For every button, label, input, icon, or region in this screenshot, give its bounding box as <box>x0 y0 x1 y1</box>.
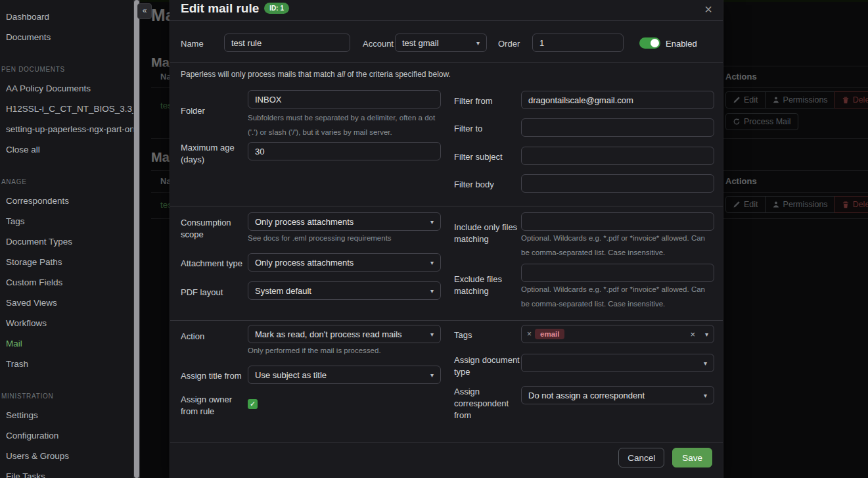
sidebar-item-trash[interactable]: □Trash <box>0 354 133 374</box>
sidebar-item-correspondents[interactable]: □Correspondents <box>0 191 133 211</box>
sidebar-item-file-tasks[interactable]: □File Tasks <box>0 466 133 478</box>
chevron-down-icon: ▾ <box>704 392 707 399</box>
close-icon[interactable]: × <box>704 0 712 18</box>
doc-type-icon: □ <box>0 231 3 252</box>
filter-to-label: Filter to <box>454 123 482 135</box>
assign-owner-checkbox[interactable]: ✓ <box>248 399 258 409</box>
sidebar-item-mail[interactable]: □Mail <box>0 333 133 354</box>
separator <box>170 62 723 63</box>
include-files-label: Include only files matching <box>454 222 520 245</box>
consumption-scope-label: Consumption scope <box>181 217 243 241</box>
tags-label: Tags <box>454 329 472 341</box>
action-select[interactable]: Mark as read, don't process read mails▾ <box>248 325 441 343</box>
gear-icon: □ <box>0 405 3 425</box>
sidebar: □Dashboard □Documents PEN DOCUMENTS □AA … <box>0 0 133 478</box>
name-label: Name <box>181 38 204 50</box>
filter-subject-input[interactable] <box>521 147 714 165</box>
sidebar-item-label: Custom Fields <box>6 277 62 287</box>
cancel-button[interactable]: Cancel <box>618 448 664 467</box>
chevron-down-icon: ▾ <box>430 218 434 226</box>
filter-subject-label: Filter subject <box>454 151 503 163</box>
assign-title-from-select[interactable]: Use subject as title▾ <box>248 366 441 384</box>
clear-all-icon[interactable]: × <box>690 329 695 339</box>
exclude-files-input[interactable] <box>521 264 714 282</box>
sidebar-item-workflows[interactable]: □Workflows <box>0 313 133 333</box>
assign-correspondent-select[interactable]: Do not assign a correspondent▾ <box>521 386 714 404</box>
sidebar-item-label: Tags <box>6 216 25 226</box>
sidebar-item-label: Close all <box>6 145 40 155</box>
tag-chip: email <box>535 329 564 339</box>
sidebar-item-configuration[interactable]: □Configuration <box>0 425 133 446</box>
pdf-layout-select[interactable]: System default▾ <box>248 281 441 300</box>
filter-body-input[interactable] <box>521 174 714 193</box>
folder-hint: Subfolders must be separated by a delimi… <box>248 110 441 139</box>
sidebar-item-label: Users & Groups <box>6 451 69 461</box>
sidebar-item-tags[interactable]: □Tags <box>0 211 133 231</box>
sidebar-item-label: AA Policy Documents <box>6 84 91 93</box>
max-age-input[interactable] <box>248 142 441 160</box>
manage-section-title: ANAGE <box>0 178 133 186</box>
separator <box>170 320 723 321</box>
consumption-scope-select[interactable]: Only process attachments▾ <box>248 212 441 231</box>
name-input[interactable] <box>224 34 350 52</box>
chevron-down-icon: ▾ <box>430 331 434 338</box>
sidebar-item-label: Dashboard <box>6 12 49 22</box>
consumption-scope-hint: See docs for .eml processing requirement… <box>248 231 441 245</box>
chevron-down-icon: ▾ <box>430 287 434 295</box>
filter-to-input[interactable] <box>521 118 714 137</box>
folder-input[interactable] <box>248 90 441 108</box>
include-files-input[interactable] <box>521 212 714 231</box>
include-files-hint: Optional. Wildcards e.g. *.pdf or *invoi… <box>521 231 714 260</box>
sidebar-item-open-doc-1[interactable]: □AA Policy Documents <box>0 78 133 99</box>
filter-body-label: Filter body <box>454 179 494 191</box>
sidebar-item-custom-fields[interactable]: □Custom Fields <box>0 272 133 293</box>
sidebar-item-open-doc-2[interactable]: □H12SSL-i_C_CT_NT_BIOS_3.3_rele... <box>0 99 133 119</box>
sidebar-item-label: Documents <box>6 32 51 42</box>
tasks-icon: □ <box>0 466 3 478</box>
attachment-type-select[interactable]: Only process attachments▾ <box>248 253 441 272</box>
order-label: Order <box>498 38 520 50</box>
sidebar-item-settings[interactable]: □Settings <box>0 405 133 425</box>
sidebar-item-label: Trash <box>6 359 28 369</box>
sidebar-collapse-button[interactable]: « <box>137 3 152 19</box>
dashboard-icon: □ <box>0 7 3 27</box>
enabled-label: Enabled <box>666 38 697 50</box>
filter-from-input[interactable] <box>521 91 714 109</box>
order-input[interactable] <box>532 34 624 52</box>
toggle-knob <box>651 39 659 47</box>
sidebar-item-open-doc-3[interactable]: □setting-up-paperless-ngx-part-one <box>0 119 133 139</box>
sidebar-item-storage-paths[interactable]: □Storage Paths <box>0 252 133 272</box>
sidebar-scrollbar-track <box>133 0 140 478</box>
person-icon: □ <box>0 191 3 211</box>
enabled-toggle[interactable] <box>639 37 660 49</box>
action-label: Action <box>181 331 204 343</box>
sidebar-item-dashboard[interactable]: □Dashboard <box>0 7 133 27</box>
exclude-files-hint: Optional. Wildcards e.g. *.pdf or *invoi… <box>521 282 714 311</box>
save-button[interactable]: Save <box>672 448 712 467</box>
sidebar-item-documents[interactable]: □Documents <box>0 27 133 47</box>
sidebar-item-users-groups[interactable]: □Users & Groups <box>0 446 133 466</box>
documents-icon: □ <box>0 27 3 47</box>
account-select[interactable]: test gmail▾ <box>395 34 487 52</box>
tags-select[interactable]: × email × ▾ <box>521 325 714 343</box>
sidebar-item-saved-views[interactable]: □Saved Views <box>0 293 133 313</box>
sidebar-item-close-all[interactable]: □Close all <box>0 139 133 160</box>
sidebar-item-label: Saved Views <box>6 298 57 308</box>
sidebar-scrollbar-thumb[interactable] <box>134 0 139 478</box>
folder-label: Folder <box>181 105 205 117</box>
file-icon: □ <box>0 78 3 99</box>
pdf-layout-label: PDF layout <box>181 287 223 299</box>
chevrons-left-icon: « <box>143 6 147 15</box>
sidebar-item-label: File Tasks <box>6 471 45 478</box>
assign-title-from-label: Assign title from <box>181 370 241 382</box>
assign-doctype-select[interactable]: ▾ <box>521 354 714 372</box>
account-label: Account <box>363 38 394 50</box>
remove-tag-icon[interactable]: × <box>527 329 532 339</box>
sliders-icon: □ <box>0 425 3 446</box>
exclude-files-label: Exclude files matching <box>454 274 520 297</box>
close-all-icon: □ <box>0 139 3 160</box>
attachment-type-label: Attachment type <box>181 258 242 270</box>
sidebar-item-document-types[interactable]: □Document Types <box>0 231 133 252</box>
chevron-down-icon: ▾ <box>430 371 434 379</box>
sidebar-item-label: Storage Paths <box>6 257 62 267</box>
